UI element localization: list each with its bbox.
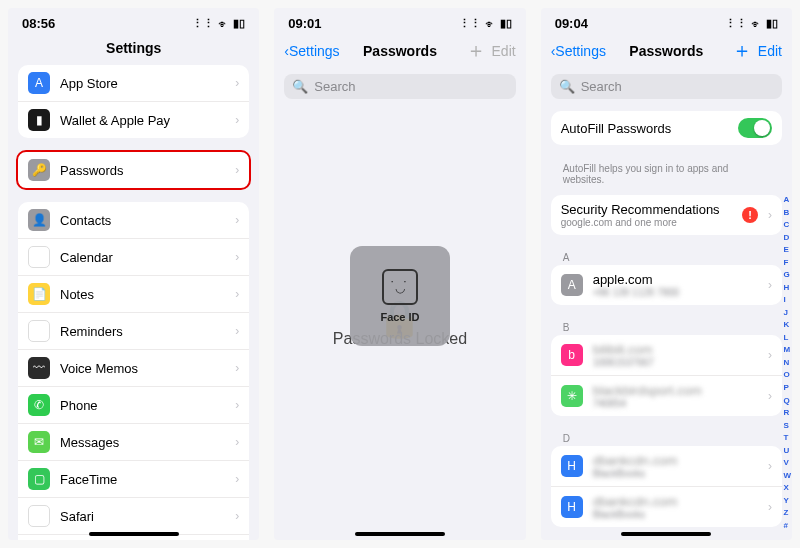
app-icon: 📄 [28,283,50,305]
section-header: A [551,249,782,265]
password-group: b bilibili.com 10061537667 ›✳ blackbirds… [551,335,782,416]
password-row[interactable]: b bilibili.com 10061537667 › [551,335,782,376]
row-label: Reminders [60,324,225,339]
settings-row[interactable]: ▢ FaceTime › [18,461,249,498]
back-button[interactable]: ‹ Settings [284,43,339,59]
index-letter[interactable]: K [783,320,791,329]
autofill-group: AutoFill Passwords [551,111,782,145]
clock: 08:56 [22,16,55,31]
search-placeholder: Search [581,79,622,94]
index-letter[interactable]: A [783,195,791,204]
chevron-right-icon: › [235,76,239,90]
add-button: ＋ [466,37,486,64]
faceid-prompt: Face ID [350,246,450,346]
add-button[interactable]: ＋ [732,37,752,64]
home-indicator[interactable] [621,532,711,536]
app-icon: ▮ [28,109,50,131]
index-letter[interactable]: O [783,370,791,379]
index-letter[interactable]: D [783,233,791,242]
index-letter[interactable]: F [783,258,791,267]
site-user: BlackBooks [593,468,758,479]
index-letter[interactable]: M [783,345,791,354]
app-icon: A [28,72,50,94]
settings-row[interactable]: 🔑 Passwords › [18,152,249,188]
index-letter[interactable]: G [783,270,791,279]
chevron-right-icon: › [235,113,239,127]
security-recs-sub: google.com and one more [561,217,732,228]
passwords-list[interactable]: AutoFill Passwords AutoFill helps you si… [541,105,792,540]
row-label: Calendar [60,250,225,265]
index-letter[interactable]: R [783,408,791,417]
autofill-row[interactable]: AutoFill Passwords [551,111,782,145]
section-header: B [551,319,782,335]
site-name: bilibili.com [593,342,758,357]
settings-row[interactable]: A App Store › [18,65,249,102]
settings-list[interactable]: A App Store ›▮ Wallet & Apple Pay ›🔑 Pas… [8,65,259,540]
app-icon: 🔑 [28,159,50,181]
index-letter[interactable]: S [783,421,791,430]
index-letter[interactable]: Z [783,508,791,517]
settings-group: A App Store ›▮ Wallet & Apple Pay › [18,65,249,138]
search-input[interactable]: 🔍 Search [551,74,782,99]
search-placeholder: Search [314,79,355,94]
back-button[interactable]: ‹ Settings [551,43,606,59]
settings-row[interactable]: ▦ Calendar › [18,239,249,276]
autofill-label: AutoFill Passwords [561,121,728,136]
app-icon: ▢ [28,468,50,490]
row-label: Phone [60,398,225,413]
index-letter[interactable]: X [783,483,791,492]
settings-group: 👤 Contacts ›▦ Calendar ›📄 Notes ›⋮ Remin… [18,202,249,540]
settings-row[interactable]: ✆ Phone › [18,387,249,424]
security-recs-row[interactable]: Security Recommendations google.com and … [551,195,782,235]
index-letter[interactable]: H [783,283,791,292]
autofill-toggle[interactable] [738,118,772,138]
site-user: 10061537667 [593,357,758,368]
index-letter[interactable]: B [783,208,791,217]
index-letter[interactable]: I [783,295,791,304]
settings-row[interactable]: ⋮ Reminders › [18,313,249,350]
index-letter[interactable]: T [783,433,791,442]
index-letter[interactable]: U [783,446,791,455]
search-icon: 🔍 [559,79,575,94]
password-row[interactable]: A apple.com +86 139 1128 7800 › [551,265,782,305]
chevron-right-icon: › [768,389,772,403]
site-name: blackbirdsport.com [593,383,758,398]
index-letter[interactable]: C [783,220,791,229]
index-letter[interactable]: # [783,521,791,530]
page-title: Settings [8,40,259,56]
index-letter[interactable]: N [783,358,791,367]
home-indicator[interactable] [355,532,445,536]
chevron-right-icon: › [235,163,239,177]
settings-row[interactable]: ◎ Safari › [18,498,249,535]
settings-row[interactable]: 📄 Notes › [18,276,249,313]
chevron-right-icon: › [768,500,772,514]
clock: 09:01 [288,16,321,31]
index-letter[interactable]: L [783,333,791,342]
index-letter[interactable]: E [783,245,791,254]
password-row[interactable]: H dbankcdn.com BlackBooks › [551,487,782,527]
chevron-right-icon: › [235,435,239,449]
row-label: Notes [60,287,225,302]
app-icon: ✆ [28,394,50,416]
settings-row[interactable]: 〰 Voice Memos › [18,350,249,387]
index-letter[interactable]: Q [783,396,791,405]
settings-row[interactable]: ▮ Wallet & Apple Pay › [18,102,249,138]
index-letter[interactable]: Y [783,496,791,505]
status-bar: 08:56 ⋮⋮ ᯤ ▮▯ [8,8,259,33]
password-row[interactable]: H dbankcdn.com BlackBooks › [551,446,782,487]
index-letter[interactable]: W [783,471,791,480]
index-letter[interactable]: P [783,383,791,392]
settings-group: 🔑 Passwords › [16,150,251,190]
row-label: Wallet & Apple Pay [60,113,225,128]
index-letter[interactable]: J [783,308,791,317]
home-indicator[interactable] [89,532,179,536]
chevron-right-icon: › [235,250,239,264]
search-input[interactable]: 🔍 Search [284,74,515,99]
app-icon: ▦ [28,246,50,268]
settings-row[interactable]: 👤 Contacts › [18,202,249,239]
alpha-index[interactable]: ABCDEFGHIJKLMNOPQRSTUVWXYZ# [783,195,791,530]
password-row[interactable]: ✳ blackbirdsport.com 740854 › [551,376,782,416]
settings-row[interactable]: ✉︎ Messages › [18,424,249,461]
index-letter[interactable]: V [783,458,791,467]
edit-button[interactable]: Edit [758,43,782,59]
